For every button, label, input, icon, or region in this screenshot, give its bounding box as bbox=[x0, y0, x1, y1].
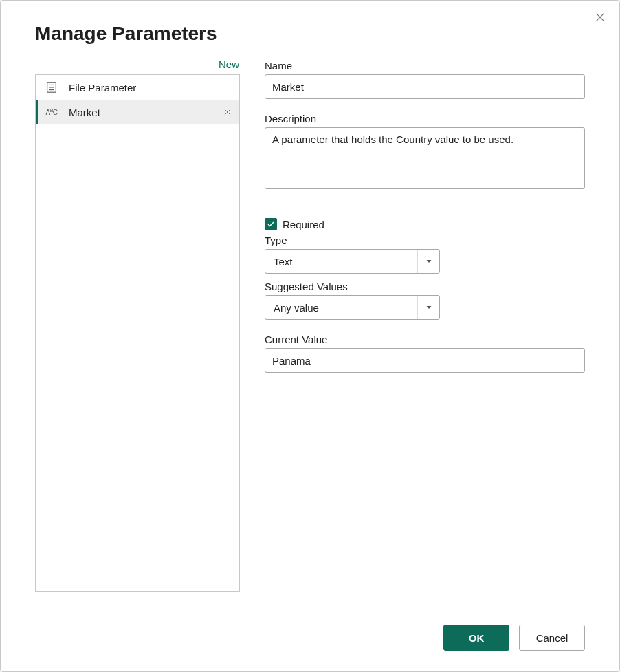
suggested-values-select[interactable]: Any value bbox=[265, 295, 440, 320]
delete-parameter-icon[interactable] bbox=[221, 106, 234, 118]
dialog-footer: OK Cancel bbox=[1, 612, 619, 671]
document-icon bbox=[44, 80, 59, 95]
dialog-header: Manage Parameters bbox=[1, 1, 619, 50]
required-checkbox[interactable] bbox=[265, 218, 277, 230]
type-select-value: Text bbox=[265, 249, 440, 274]
parameter-item-market[interactable]: ABC Market bbox=[36, 100, 239, 124]
parameter-item-label: File Parameter bbox=[69, 82, 136, 94]
ok-button[interactable]: OK bbox=[443, 625, 509, 651]
suggested-values-label: Suggested Values bbox=[265, 281, 585, 292]
suggested-values-select-value: Any value bbox=[265, 295, 440, 320]
name-label: Name bbox=[265, 60, 585, 72]
new-parameter-link[interactable]: New bbox=[219, 58, 240, 70]
current-value-input[interactable] bbox=[265, 348, 585, 373]
parameter-form: Name Description Required Type Text bbox=[265, 58, 585, 612]
name-input[interactable] bbox=[265, 74, 585, 99]
suggested-values-field-group: Suggested Values Any value bbox=[265, 281, 585, 320]
cancel-button[interactable]: Cancel bbox=[519, 625, 585, 651]
description-label: Description bbox=[265, 113, 585, 124]
type-select[interactable]: Text bbox=[265, 249, 440, 274]
text-type-icon: ABC bbox=[44, 105, 59, 120]
dialog-title: Manage Parameters bbox=[35, 23, 585, 45]
close-icon[interactable] bbox=[592, 9, 608, 25]
current-value-label: Current Value bbox=[265, 334, 585, 345]
dialog-body: New File Parameter ABC bbox=[1, 50, 619, 612]
description-field-group: Description bbox=[265, 113, 585, 192]
name-field-group: Name bbox=[265, 60, 585, 99]
type-field-group: Type Text bbox=[265, 235, 585, 274]
current-value-field-group: Current Value bbox=[265, 334, 585, 373]
required-label: Required bbox=[283, 219, 324, 230]
manage-parameters-dialog: Manage Parameters New File Parameter bbox=[0, 0, 620, 672]
required-checkbox-row: Required bbox=[265, 218, 585, 230]
description-input[interactable] bbox=[265, 127, 585, 189]
parameter-list-pane: New File Parameter ABC bbox=[35, 58, 240, 612]
parameter-item-label: Market bbox=[69, 107, 100, 118]
parameter-item-file-parameter[interactable]: File Parameter bbox=[36, 75, 239, 100]
parameter-list: File Parameter ABC Market bbox=[35, 74, 240, 592]
type-label: Type bbox=[265, 235, 585, 246]
